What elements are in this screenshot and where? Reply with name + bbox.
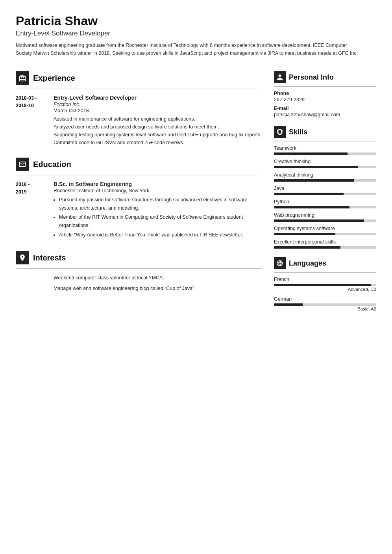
job-date: 2018-03 -2018-10 [16,95,47,147]
edu-degree: B.Sc. in Software Engineering [54,181,262,187]
left-column: Experience 2018-03 -2018-10 Entry-Level … [16,71,262,320]
email-value: patricia.zety.shaw@gmail.com [274,112,376,117]
skill-item: Excellent interpersonal skills [274,239,376,249]
personal-info-section: Personal Info Phone 267-279-2329 E-mail … [274,71,376,117]
lang-item: German Basic, A2 [274,296,376,311]
skills-section: Skills Teamwork Creative thinking Analyt… [274,126,376,249]
skills-icon [274,126,286,138]
skill-item: Operating systems software [274,226,376,235]
edu-bullet-3: Article "Why Android is Better Than You … [59,231,262,239]
edu-bullets: Pursued my passion for software structur… [54,196,262,239]
skill-label-0: Teamwork [274,145,376,151]
interests-divider [16,268,262,269]
skill-bar-bg-6 [274,233,376,235]
job-desc-3: Supporting testing operating systems-lev… [54,131,262,139]
skill-item: Web programming [274,212,376,222]
lang-bar-fill-0 [274,284,371,286]
skill-bar-bg-1 [274,166,376,168]
job-desc-2: Analyzed user needs and proposed design … [54,123,262,131]
skills-divider [274,141,376,141]
lang-bar-bg-0 [274,284,376,286]
education-section: Education 2016 -2019 B.Sc. in Software E… [16,158,262,240]
education-divider [16,175,262,175]
job-desc-4: Committed code to GIT/SVN and created 75… [54,139,262,147]
lang-bar-bg-1 [274,303,376,306]
interest-2: Manage web and software engineering blog… [54,285,262,292]
skill-label-5: Web programming [274,212,376,218]
skill-bar-fill-3 [274,193,344,195]
interests-content: Weekend computer class volunteer at loca… [16,274,262,292]
skill-label-1: Creative thinking [274,159,376,164]
skill-bar-fill-1 [274,166,358,168]
email-label: E-mail [274,106,376,111]
skill-bar-fill-5 [274,219,364,222]
candidate-name: Patricia Shaw [16,14,376,28]
edu-content: B.Sc. in Software Engineering Rochester … [54,181,262,240]
skill-bar-fill-6 [274,233,335,235]
edu-bullet-1: Pursued my passion for software structur… [59,196,262,212]
edu-row: 2016 -2019 B.Sc. in Software Engineering… [16,181,262,240]
summary-text: Motivated software engineering graduate … [16,41,358,57]
skill-item: Creative thinking [274,159,376,168]
job-company: Fryction Inc. [54,102,262,107]
phone-label: Phone [274,91,376,96]
job-row: 2018-03 -2018-10 Entry-Level Software De… [16,95,262,147]
skill-item: Java [274,186,376,195]
lang-level-1: Basic, A2 [274,307,376,311]
interests-header: Interests [16,251,262,264]
skill-bar-fill-4 [274,206,349,208]
skill-bar-bg-5 [274,219,376,222]
skill-bar-fill-2 [274,179,354,182]
job-period: March-Oct 2018 [54,108,262,113]
edu-date: 2016 -2019 [16,181,47,240]
skills-list: Teamwork Creative thinking Analytical th… [274,145,376,249]
personal-info-title: Personal Info [289,73,334,82]
languages-header: Languages [274,257,376,269]
candidate-title: Entry-Level Software Developer [16,30,376,37]
header: Patricia Shaw Entry-Level Software Devel… [16,14,376,57]
interests-title: Interests [33,253,66,262]
skill-bar-bg-4 [274,206,376,208]
skill-bar-bg-2 [274,179,376,182]
languages-title: Languages [289,259,326,268]
interests-icon [16,251,29,264]
skills-header: Skills [274,126,376,138]
job-title: Entry-Level Software Developer [54,95,262,101]
skill-bar-bg-3 [274,193,376,195]
right-column: Personal Info Phone 267-279-2329 E-mail … [274,71,376,320]
skill-label-4: Python [274,199,376,204]
skill-label-2: Analytical thinking [274,172,376,178]
interest-1: Weekend computer class volunteer at loca… [54,274,262,282]
lang-level-0: Advanced, C2 [274,287,376,292]
skill-label-3: Java [274,186,376,191]
personal-info-divider [274,86,376,87]
interests-section: Interests Weekend computer class volunte… [16,251,262,292]
skill-bar-bg-7 [274,246,376,249]
skill-item: Python [274,199,376,208]
experience-section: Experience 2018-03 -2018-10 Entry-Level … [16,71,262,147]
skill-bar-fill-7 [274,246,340,249]
languages-icon [274,257,286,269]
lang-item: French Advanced, C2 [274,277,376,292]
skill-bar-fill-0 [274,152,348,155]
experience-icon [16,71,29,85]
lang-label-1: German [274,296,376,302]
experience-header: Experience [16,71,262,85]
skill-item: Analytical thinking [274,172,376,182]
languages-divider [274,272,376,273]
personal-info-header: Personal Info [274,71,376,83]
personal-info-icon [274,71,286,83]
skill-label-6: Operating systems software [274,226,376,231]
phone-value: 267-279-2329 [274,97,376,102]
job-desc-1: Assisted in maintenance of software for … [54,115,262,123]
edu-bullet-2: Member of the RIT Women in Computing and… [59,213,262,229]
skill-bar-bg-0 [274,152,376,155]
edu-school: Rochester Institute of Technology, New Y… [54,188,262,193]
lang-bar-fill-1 [274,303,303,306]
skills-title: Skills [289,128,307,136]
languages-list: French Advanced, C2 German Basic, A2 [274,277,376,311]
experience-title: Experience [33,74,75,83]
skill-item: Teamwork [274,145,376,155]
job-content: Entry-Level Software Developer Fryction … [54,95,262,147]
education-title: Education [33,160,71,169]
